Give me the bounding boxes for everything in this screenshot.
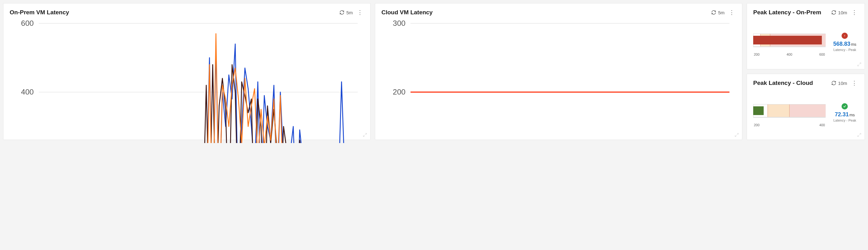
svg-rect-34 [845,36,845,37]
panel-header: Peak Latency - On-Prem 10m ⋮ [753,9,858,16]
chart-onprem: 020040060018. Feb12:00 PM [10,20,364,143]
panel-peak-cloud: Peak Latency - Cloud 10m ⋮ 200400 [747,74,865,140]
gauge-tick: 200 [754,123,760,127]
panel-title: Peak Latency - Cloud [753,80,813,87]
gauge-area: 200400600 568.83ms Latency - Peak [753,20,858,65]
refresh-button[interactable]: 5m [711,10,724,15]
refresh-button[interactable]: 10m [831,10,847,15]
expand-icon[interactable] [735,133,739,137]
panel-peak-onprem: Peak Latency - On-Prem 10m ⋮ 200400600 [747,3,865,69]
svg-rect-33 [845,35,845,36]
panel-header: Peak Latency - Cloud 10m ⋮ [753,80,858,87]
refresh-interval: 5m [346,10,353,15]
check-icon [842,103,848,110]
gauge-chart-cloud: 200400 [753,99,826,127]
refresh-icon [339,10,344,15]
chart-cloud: 010020030018. Feb8:00 AM4:00 PM [381,20,736,143]
panel-menu-button[interactable]: ⋮ [728,10,736,15]
panel-controls: 10m ⋮ [831,10,858,15]
svg-rect-30 [753,36,822,44]
gauge-tick: 600 [819,53,825,56]
panel-header: On-Prem VM Latency 5m ⋮ [10,9,364,16]
panel-title: Cloud VM Latency [381,9,433,16]
gauge-value-row: 568.83ms [831,41,858,47]
panel-menu-button[interactable]: ⋮ [356,10,364,15]
gauge-ticks: 200400 [753,122,826,127]
panel-cloud-latency: Cloud VM Latency 5m ⋮ 010020030018. Feb8… [375,3,742,140]
svg-text:400: 400 [21,88,34,96]
panel-controls: 5m ⋮ [711,10,736,15]
refresh-interval: 10m [838,81,847,86]
gauge-unit: ms [851,42,856,46]
panel-header: Cloud VM Latency 5m ⋮ [381,9,736,16]
gauge-value-row: 72.31ms [831,111,858,118]
gauge-value-block: 72.31ms Latency - Peak [831,103,858,122]
panel-controls: 5m ⋮ [339,10,364,15]
refresh-icon [831,81,836,86]
right-column: Peak Latency - On-Prem 10m ⋮ 200400600 [747,3,865,140]
panel-title: Peak Latency - On-Prem [753,9,822,16]
panel-controls: 10m ⋮ [831,80,858,86]
svg-rect-40 [753,106,764,115]
gauge-value: 72.31 [835,111,849,118]
svg-rect-36 [768,104,789,117]
svg-text:600: 600 [21,20,34,27]
refresh-button[interactable]: 5m [339,10,353,15]
svg-text:300: 300 [393,20,406,27]
gauge-tick: 200 [754,53,760,56]
dashboard-row: On-Prem VM Latency 5m ⋮ 020040060018. Fe… [3,3,865,140]
gauge-chart-onprem: 200400600 [753,28,826,56]
svg-rect-37 [789,104,826,117]
gauge-ticks: 200400600 [753,51,826,56]
expand-icon[interactable] [857,62,862,66]
gauge-value: 568.83 [833,41,850,47]
refresh-interval: 10m [838,10,847,15]
gauge-subtitle: Latency - Peak [831,48,858,52]
refresh-interval: 5m [718,10,724,15]
alert-icon [842,33,848,39]
refresh-button[interactable]: 10m [831,81,847,86]
panel-title: On-Prem VM Latency [10,9,69,16]
expand-icon[interactable] [363,133,367,137]
refresh-icon [831,10,836,15]
gauge-tick: 400 [819,123,825,127]
gauge-tick: 400 [786,53,792,56]
gauge-value-block: 568.83ms Latency - Peak [831,33,858,52]
gauge-unit: ms [849,113,855,117]
gauge-area: 200400 72.31ms Latency - Peak [753,90,858,135]
expand-icon[interactable] [857,133,862,137]
panel-menu-button[interactable]: ⋮ [850,80,858,86]
panel-onprem-latency: On-Prem VM Latency 5m ⋮ 020040060018. Fe… [3,3,371,140]
svg-text:200: 200 [393,88,406,96]
refresh-icon [711,10,716,15]
gauge-subtitle: Latency - Peak [831,119,858,122]
panel-menu-button[interactable]: ⋮ [850,10,858,15]
